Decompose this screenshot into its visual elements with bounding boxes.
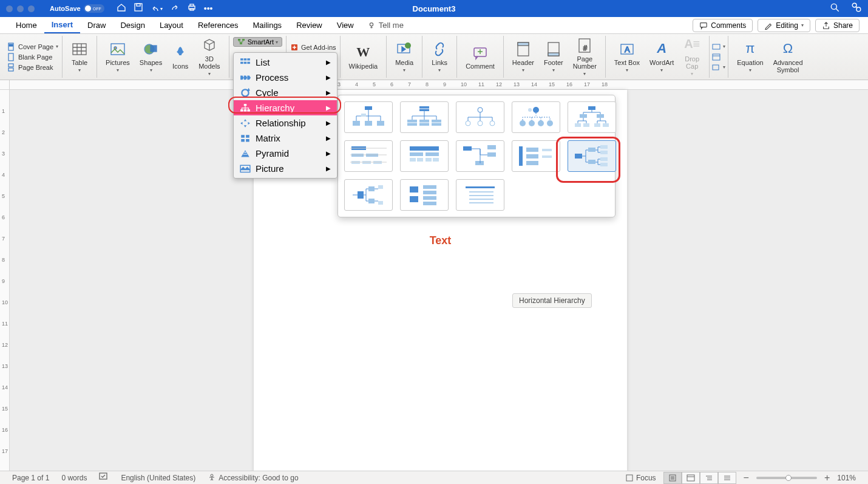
home-icon[interactable]	[117, 2, 126, 15]
icons-button[interactable]: Icons	[167, 36, 194, 78]
footer-button[interactable]: Footer▾	[539, 36, 568, 78]
gallery-hierarchy-list[interactable]	[400, 179, 449, 211]
gallery-labeled-hierarchy[interactable]	[344, 140, 393, 172]
gallery-table-hierarchy[interactable]	[400, 140, 449, 172]
smartart-button[interactable]: SmartArt▾	[233, 37, 282, 47]
equation-button[interactable]: πEquation▾	[732, 39, 768, 75]
header-button[interactable]: Header▾	[507, 36, 539, 78]
menu-hierarchy[interactable]: Hierarchy▶	[234, 100, 337, 115]
gallery-organization-chart[interactable]	[344, 101, 393, 133]
zoom-in-button[interactable]: +	[824, 472, 830, 483]
svg-rect-90	[417, 158, 423, 162]
gallery-horizontal-multi-level[interactable]	[512, 140, 560, 172]
vertical-ruler[interactable]: 123 456 789 101112 131415 1617	[0, 90, 10, 471]
maximize-window-button[interactable]	[28, 5, 35, 12]
spell-check-icon[interactable]	[99, 472, 109, 483]
gallery-lined-list[interactable]	[456, 179, 504, 211]
tooltip: Horizontal Hierarchy	[512, 293, 592, 308]
menu-picture[interactable]: Picture▶	[234, 161, 337, 176]
gallery-name-title-org[interactable]	[400, 101, 449, 133]
tab-view[interactable]: View	[330, 17, 361, 33]
zoom-level[interactable]: 101%	[837, 474, 856, 482]
svg-rect-28	[518, 43, 529, 46]
comments-button[interactable]: Comments	[693, 19, 753, 32]
svg-rect-35	[713, 44, 720, 49]
print-layout-view[interactable]	[663, 472, 682, 484]
svg-rect-48	[247, 109, 250, 111]
autosave-toggle[interactable]: AutoSave OFF	[50, 4, 104, 13]
undo-icon[interactable]: ▾	[151, 4, 163, 13]
tab-design[interactable]: Design	[113, 17, 152, 33]
svg-rect-112	[368, 199, 375, 203]
tab-layout[interactable]: Layout	[152, 17, 191, 33]
print-icon[interactable]	[187, 2, 197, 15]
share-button[interactable]: Share	[815, 19, 860, 32]
page-break-button[interactable]: Page Break	[7, 63, 53, 72]
signature-line-button[interactable]: ▾	[712, 43, 725, 51]
menu-list[interactable]: List▶	[234, 55, 337, 70]
gallery-circle-picture-hierarchy[interactable]	[512, 101, 560, 133]
picture-icon	[240, 164, 251, 174]
tell-me-search[interactable]: Tell me	[367, 21, 404, 30]
tab-home[interactable]: Home	[8, 17, 44, 33]
gallery-hierarchy[interactable]	[568, 101, 616, 133]
page-number-button[interactable]: #Page Number▾	[568, 36, 602, 78]
svg-point-123	[211, 474, 213, 477]
web-layout-view[interactable]	[682, 472, 700, 484]
accessibility-status[interactable]: Accessibility: Good to go	[208, 474, 298, 482]
tab-mailings[interactable]: Mailings	[245, 17, 289, 33]
shapes-button[interactable]: Shapes▾	[135, 36, 167, 78]
blank-page-button[interactable]: Blank Page	[7, 53, 52, 61]
save-icon[interactable]	[134, 2, 143, 15]
menu-matrix[interactable]: Matrix▶	[234, 131, 337, 146]
wikipedia-button[interactable]: WWikipedia	[344, 43, 383, 71]
focus-button[interactable]: Focus	[625, 474, 656, 482]
wordart-button[interactable]: AWordArt▾	[645, 36, 679, 78]
comment-button[interactable]: Comment	[461, 43, 500, 71]
svg-point-71	[547, 120, 553, 126]
editing-button[interactable]: Editing▾	[758, 19, 810, 32]
menu-pyramid[interactable]: Pyramid▶	[234, 146, 337, 161]
date-time-button[interactable]	[712, 53, 721, 61]
gallery-half-circle-org[interactable]	[456, 101, 504, 133]
process-icon	[240, 73, 251, 83]
tab-draw[interactable]: Draw	[80, 17, 113, 33]
object-button[interactable]: ▾	[712, 63, 725, 72]
gallery-horizontal-org-chart[interactable]	[456, 140, 504, 172]
horizontal-ruler[interactable]: 3456789101112131415161718	[0, 80, 868, 90]
text-box-button[interactable]: AText Box▾	[609, 36, 645, 78]
media-button[interactable]: Media▾	[390, 39, 418, 74]
links-button[interactable]: Links▾	[426, 39, 453, 74]
profile-icon[interactable]	[851, 2, 862, 15]
menu-process[interactable]: Process▶	[234, 70, 337, 85]
zoom-slider[interactable]	[756, 477, 817, 479]
svg-rect-56	[365, 121, 372, 126]
tab-references[interactable]: References	[191, 17, 245, 33]
close-window-button[interactable]	[6, 5, 13, 12]
gallery-horizontal-labeled-hierarchy[interactable]	[344, 179, 393, 211]
pictures-button[interactable]: Pictures▾	[101, 36, 135, 78]
table-button[interactable]: Table▾	[66, 39, 93, 74]
svg-rect-107	[600, 151, 608, 154]
gallery-horizontal-hierarchy[interactable]	[568, 140, 616, 172]
zoom-out-button[interactable]: −	[744, 472, 749, 483]
redo-icon[interactable]	[170, 2, 180, 15]
tab-insert[interactable]: Insert	[44, 17, 80, 33]
menu-relationship[interactable]: Relationship▶	[234, 115, 337, 131]
more-icon[interactable]: •••	[204, 4, 213, 13]
minimize-window-button[interactable]	[17, 5, 24, 12]
draft-view[interactable]	[718, 472, 736, 484]
outline-view[interactable]	[700, 472, 718, 484]
svg-rect-104	[588, 148, 595, 152]
menu-cycle[interactable]: Cycle▶	[234, 85, 337, 100]
search-icon[interactable]	[829, 2, 840, 15]
page-status[interactable]: Page 1 of 1	[12, 474, 49, 482]
3d-models-button[interactable]: 3D Models▾	[194, 36, 225, 78]
symbol-button[interactable]: ΩAdvanced Symbol	[768, 39, 808, 75]
get-addins-button[interactable]: Get Add-ins	[290, 43, 336, 52]
svg-rect-124	[626, 475, 632, 481]
cover-page-button[interactable]: Cover Page▾	[7, 43, 58, 51]
word-count[interactable]: 0 words	[61, 474, 87, 482]
tab-review[interactable]: Review	[289, 17, 330, 33]
language-status[interactable]: English (United States)	[121, 474, 195, 482]
